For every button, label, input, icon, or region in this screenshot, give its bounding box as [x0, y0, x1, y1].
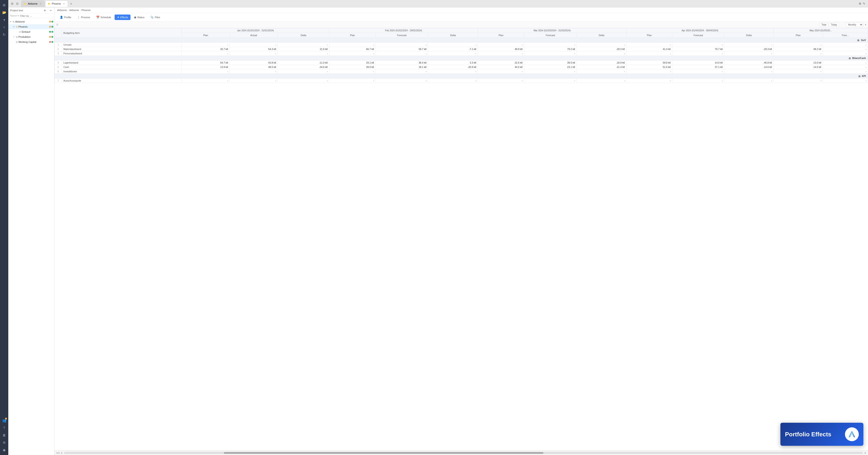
profile-label: Profile [64, 16, 71, 19]
star-phoenix-icon[interactable]: ★ [16, 25, 18, 28]
cell-delta: 3.3 k€ [428, 61, 478, 65]
tree-item-produktion[interactable]: + ☆ Produktion [8, 34, 54, 39]
tree-item-airborne[interactable]: ▾ ☆ Airborne [8, 19, 54, 24]
cell: 48.5 k€ [229, 65, 278, 69]
tree-collapse-btn[interactable]: ⇥ [48, 8, 52, 12]
network-icon[interactable]: ◉ [1, 447, 7, 453]
guv-collapse-icon[interactable]: ▣ [857, 39, 859, 41]
data-table-container[interactable]: Budgeting Item Jan 2024 (01/01/2024 - 31… [54, 28, 868, 450]
cell: - [672, 43, 724, 47]
cell: - [524, 43, 577, 47]
plus-icon[interactable]: ＋ [1, 24, 7, 30]
row-label-materialaufwand: Materialaufwand [62, 47, 182, 52]
table-row: 3 Personalaufwand - - - - - - - - - - [55, 52, 868, 56]
edit-btn[interactable]: ✎ [862, 2, 866, 6]
tree-item-phoenix[interactable]: ▾ ★ Phoenix [8, 24, 54, 29]
row-num-2: 2 [55, 47, 62, 52]
scroll-right-icon[interactable]: ▸ [865, 451, 866, 454]
tab-pin-button[interactable]: ⊟ [10, 2, 14, 6]
tab-controls: ⊟ ⊡ [10, 2, 19, 6]
row-num-5: 5 [55, 65, 62, 69]
cell: - [577, 43, 626, 47]
files-label: Files [155, 16, 160, 19]
tab-airborne-close[interactable]: × [39, 2, 42, 5]
breadcrumb-phoenix[interactable]: Phoenix [82, 9, 91, 11]
users-icon[interactable]: 👥 [1, 417, 7, 424]
expand-airborne-icon[interactable]: ▾ [9, 20, 12, 23]
profile-icon: 👤 [60, 16, 63, 19]
cell: - [329, 43, 376, 47]
star-wc-icon[interactable]: ☆ [16, 40, 18, 43]
cell: - [329, 78, 376, 83]
cell: - [376, 43, 428, 47]
section-bilanz: ▣ Bilanz/Cash [55, 56, 868, 61]
breadcrumb-airborne2[interactable]: Airborne [69, 9, 79, 11]
cell: - [524, 69, 577, 74]
tab-phoenix-close[interactable]: × [62, 2, 65, 5]
kpi-collapse-icon[interactable]: ▣ [858, 75, 860, 77]
filter-icon[interactable]: ▽ [56, 23, 58, 27]
content-split: Project tree ⊕ ⇥ Name ▾ ▾ ☆ Airborne [8, 7, 868, 455]
settings-btn[interactable]: ⚙ [858, 2, 862, 6]
tab-phoenix[interactable]: 📁 Phoenix × [45, 0, 68, 7]
breadcrumb-airborne1[interactable]: Airborne [57, 9, 67, 11]
effects-button[interactable]: ✦ Effects [115, 14, 130, 20]
cell-delta: -29.3 k€ [577, 47, 626, 52]
cell: 41.4 k€ [626, 47, 672, 52]
scroll-back-icon[interactable]: ◂ [61, 451, 62, 454]
cell-delta: -34.6 k€ [278, 65, 330, 69]
cell: 59.8 k€ [626, 61, 672, 65]
tree-title: Project tree [10, 9, 41, 12]
tab-add-button[interactable]: + [68, 1, 73, 6]
horizontal-scrollbar[interactable] [64, 452, 863, 454]
scroll-left-icon[interactable]: ◂ [56, 451, 58, 454]
cell: 13.0 k€ [773, 61, 823, 65]
apr-delta-header: Delta [724, 33, 774, 38]
tab-bar: ⊟ ⊡ 📁 Airborne × 📁 Phoenix × + ⚙ ✎ [8, 0, 868, 7]
process-icon: ⋮ [77, 16, 80, 19]
cell: - [182, 43, 229, 47]
bilanz-collapse-icon[interactable]: ▣ [849, 57, 851, 59]
cell: - [773, 69, 823, 74]
files-button[interactable]: 📎 Files [148, 14, 162, 20]
tab-phoenix-label: Phoenix [52, 2, 61, 5]
expand-produktion-icon[interactable]: + [12, 35, 15, 38]
today-button[interactable]: Today [829, 23, 839, 27]
star-produktion-icon[interactable]: ☆ [16, 35, 18, 38]
folder-icon[interactable]: 📂 [1, 9, 7, 16]
portfolio-effects-text: Portfolio Effects [785, 431, 841, 438]
period-mar-header: Mar 2024 (01/03/2024 - 31/03/2024) [478, 28, 626, 33]
chevron-down-icon[interactable]: ▾ [1, 17, 7, 23]
tree-item-working-capital[interactable]: ☆ Working Capital [8, 39, 54, 44]
dot1-einkauf [49, 31, 51, 33]
tree-add-btn[interactable]: ⊕ [43, 8, 47, 12]
grid-icon[interactable]: ⊞ [1, 2, 7, 8]
section-guv-label: ▣ GuV [55, 38, 868, 43]
process-button[interactable]: ⋮ Process [75, 14, 93, 20]
cell: - [773, 52, 823, 56]
settings-icon[interactable]: ⚙ [1, 439, 7, 446]
tab-more-button[interactable]: ⊡ [15, 2, 19, 6]
cell: - [773, 43, 823, 47]
cell: 14.0 k€ [672, 61, 724, 65]
tree-filter-input[interactable] [20, 14, 52, 17]
period-select[interactable]: Monthly Daily Weekly Quarterly Yearly [846, 23, 863, 27]
expand-phoenix-icon[interactable]: ▾ [12, 25, 15, 28]
tree-label-airborne: Airborne [15, 20, 49, 23]
cell: 44.5 k€ [478, 65, 524, 69]
refresh-icon[interactable]: ↻ [1, 31, 7, 38]
table-row: 7 Ausschussquote - - - - - - - - - - [55, 78, 868, 83]
total-button[interactable]: Total [819, 23, 828, 27]
profile-button[interactable]: 👤 Profile [57, 14, 74, 20]
scroll-step-icon[interactable]: ▸ [59, 451, 60, 454]
star-airborne-icon[interactable]: ☆ [12, 20, 15, 23]
trash-icon[interactable]: 🗑 [1, 432, 7, 438]
star-einkauf-icon[interactable]: ☆ [19, 30, 21, 33]
schedule-button[interactable]: 📅 Schedule [94, 14, 114, 20]
status-button[interactable]: ◉ Status [131, 14, 147, 20]
help-icon[interactable]: ? [1, 425, 7, 431]
row-label-investitionen: Investitionen [62, 69, 182, 74]
tab-airborne[interactable]: 📁 Airborne × [21, 0, 45, 7]
tree-item-einkauf[interactable]: ☆ Einkauf [8, 29, 54, 34]
expand-einkauf-icon [16, 30, 19, 33]
